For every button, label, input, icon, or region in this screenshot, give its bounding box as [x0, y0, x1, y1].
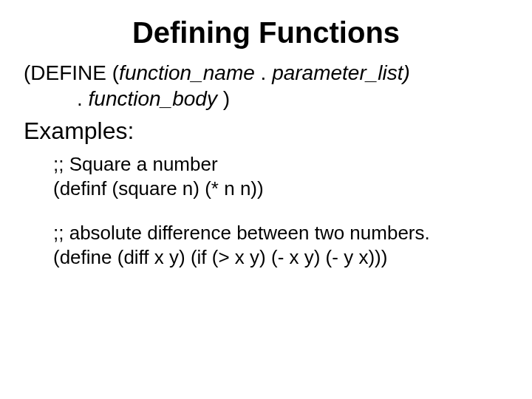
example-diff-comment: ;; absolute difference between two numbe… [53, 221, 508, 245]
example-square-code: (definf (square n) (* n n)) [53, 177, 508, 201]
slide: Defining Functions (DEFINE (function_nam… [0, 0, 532, 399]
syntax-prefix: (DEFINE ( [24, 61, 119, 84]
define-syntax: (DEFINE (function_name . parameter_list)… [24, 60, 508, 112]
syntax-function-name: function_name [119, 61, 255, 84]
syntax-function-body: function_body [89, 87, 217, 110]
page-title: Defining Functions [24, 16, 508, 50]
syntax-dot-2: . [77, 87, 89, 110]
syntax-dot-1: . [255, 61, 272, 84]
syntax-close: ) [217, 87, 230, 110]
example-diff: ;; absolute difference between two numbe… [53, 221, 508, 269]
example-diff-code: (define (diff x y) (if (> x y) (- x y) (… [53, 245, 508, 270]
syntax-line-2: . function_body ) [24, 86, 508, 112]
example-square-comment: ;; Square a number [53, 152, 508, 177]
syntax-line-1: (DEFINE (function_name . parameter_list) [24, 60, 508, 86]
syntax-parameter-list: parameter_list) [272, 61, 410, 84]
example-square: ;; Square a number (definf (square n) (*… [53, 152, 508, 200]
examples-heading: Examples: [24, 117, 508, 145]
